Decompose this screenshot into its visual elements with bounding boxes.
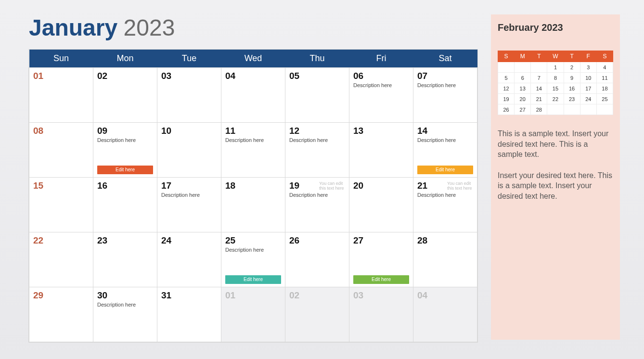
calendar-day-cell[interactable]: 31: [157, 287, 221, 342]
calendar-day-cell[interactable]: 22: [29, 232, 93, 287]
calendar-day-cell[interactable]: 25Description hereEdit here: [221, 232, 285, 287]
title-year: 2023: [124, 15, 175, 40]
mini-day-cell: [580, 104, 596, 115]
calendar-day-cell[interactable]: 14Description hereEdit here: [413, 123, 477, 178]
calendar-day-cell[interactable]: 06Description here: [349, 68, 413, 123]
mini-calendar-title: February 2023: [498, 22, 613, 33]
day-number: 10: [161, 126, 217, 136]
day-number: 07: [417, 71, 473, 81]
calendar-day-cell[interactable]: 08: [29, 123, 93, 178]
day-number: 11: [225, 126, 281, 136]
day-number: 08: [33, 126, 89, 136]
event-chip[interactable]: Edit here: [353, 275, 409, 284]
day-number: 26: [289, 235, 345, 246]
mini-day-cell: 2: [564, 62, 580, 73]
calendar-day-cell[interactable]: 19Description hereYou can edit this text…: [285, 178, 349, 232]
weekday-header: Thu: [285, 50, 349, 68]
mini-day-cell: 15: [547, 83, 564, 94]
calendar-day-cell[interactable]: 03: [157, 68, 221, 123]
mini-weekday-header: M: [515, 51, 531, 62]
day-description[interactable]: Description here: [353, 82, 409, 88]
event-chip[interactable]: Edit here: [417, 166, 473, 174]
calendar-day-cell[interactable]: 20: [349, 178, 413, 232]
mini-day-cell: 4: [596, 62, 613, 73]
day-number: 04: [225, 71, 281, 81]
calendar-day-cell[interactable]: 26: [285, 232, 349, 287]
day-description[interactable]: Description here: [289, 137, 345, 143]
sidebar-text[interactable]: This is a sample text. Insert your desir…: [498, 128, 613, 212]
mini-weekday-header: F: [580, 51, 596, 62]
mini-day-cell: [564, 104, 580, 115]
day-number: 16: [97, 180, 153, 191]
day-description[interactable]: Description here: [161, 192, 217, 198]
mini-day-cell: 7: [531, 73, 547, 83]
day-number: 24: [161, 235, 217, 246]
mini-day-cell: 9: [564, 73, 580, 83]
calendar-day-cell[interactable]: 18: [221, 178, 285, 232]
main-calendar: SunMonTueWedThuFriSat 010203040506Descri…: [29, 50, 477, 342]
event-chip[interactable]: Edit here: [97, 166, 153, 174]
event-chip[interactable]: Edit here: [225, 275, 281, 284]
calendar-day-cell[interactable]: 27Edit here: [349, 232, 413, 287]
mini-day-cell: 26: [498, 104, 515, 115]
day-description[interactable]: Description here: [417, 192, 473, 198]
calendar-day-cell[interactable]: 05: [285, 68, 349, 123]
day-description[interactable]: Description here: [417, 82, 473, 88]
day-description[interactable]: Description here: [97, 137, 153, 143]
slide: January 2023 SunMonTueWedThuFriSat 01020…: [0, 0, 644, 359]
day-description[interactable]: Description here: [417, 137, 473, 143]
calendar-day-cell[interactable]: 12Description here: [285, 123, 349, 178]
weekday-header: Tue: [157, 50, 221, 68]
calendar-day-cell[interactable]: 23: [93, 232, 157, 287]
mini-day-cell: 6: [515, 73, 531, 83]
day-number: 04: [417, 290, 473, 301]
mini-day-cell: 8: [547, 73, 564, 83]
mini-day-cell: 12: [498, 83, 515, 94]
day-description[interactable]: Description here: [289, 192, 345, 198]
day-description[interactable]: Description here: [225, 247, 281, 253]
calendar-day-cell[interactable]: 04: [221, 68, 285, 123]
calendar-day-cell[interactable]: 01: [29, 68, 93, 123]
calendar-day-cell[interactable]: 04: [413, 287, 477, 342]
calendar-day-cell[interactable]: 16: [93, 178, 157, 232]
calendar-day-cell[interactable]: 29: [29, 287, 93, 342]
day-number: 20: [353, 180, 409, 191]
sidebar-paragraph-1: This is a sample text. Insert your desir…: [498, 128, 613, 160]
day-number: 28: [417, 235, 473, 246]
day-number: 18: [225, 180, 281, 191]
mini-calendar: SMTWTFS 12345678910111213141516171819202…: [498, 51, 613, 115]
weekday-header: Sun: [29, 50, 93, 68]
calendar-day-cell[interactable]: 02: [93, 68, 157, 123]
calendar-day-cell[interactable]: 21Description hereYou can edit this text…: [413, 178, 477, 232]
calendar-day-cell[interactable]: 17Description here: [157, 178, 221, 232]
mini-day-cell: [596, 104, 613, 115]
calendar-day-cell[interactable]: 13: [349, 123, 413, 178]
day-tip: You can edit this text here: [319, 181, 346, 191]
mini-day-cell: [498, 62, 515, 73]
day-number: 03: [353, 290, 409, 301]
calendar-day-cell[interactable]: 01: [221, 287, 285, 342]
day-number: 13: [353, 126, 409, 136]
mini-day-cell: 14: [531, 83, 547, 94]
mini-day-cell: 11: [596, 73, 613, 83]
calendar-day-cell[interactable]: 03: [349, 287, 413, 342]
mini-day-cell: 25: [596, 94, 613, 104]
weekday-header: Fri: [349, 50, 413, 68]
day-number: 22: [33, 235, 89, 246]
calendar-day-cell[interactable]: 30Description here: [93, 287, 157, 342]
calendar-day-cell[interactable]: 15: [29, 178, 93, 232]
calendar-day-cell[interactable]: 02: [285, 287, 349, 342]
day-number: 30: [97, 290, 153, 301]
mini-day-cell: 21: [531, 94, 547, 104]
calendar-day-cell[interactable]: 24: [157, 232, 221, 287]
day-number: 12: [289, 126, 345, 136]
calendar-day-cell[interactable]: 28: [413, 232, 477, 287]
mini-day-cell: 3: [580, 62, 596, 73]
day-description[interactable]: Description here: [225, 137, 281, 143]
calendar-day-cell[interactable]: 07Description here: [413, 68, 477, 123]
day-description[interactable]: Description here: [97, 302, 153, 308]
calendar-day-cell[interactable]: 10: [157, 123, 221, 178]
calendar-day-cell[interactable]: 09Description hereEdit here: [93, 123, 157, 178]
calendar-day-cell[interactable]: 11Description here: [221, 123, 285, 178]
mini-day-cell: 27: [515, 104, 531, 115]
